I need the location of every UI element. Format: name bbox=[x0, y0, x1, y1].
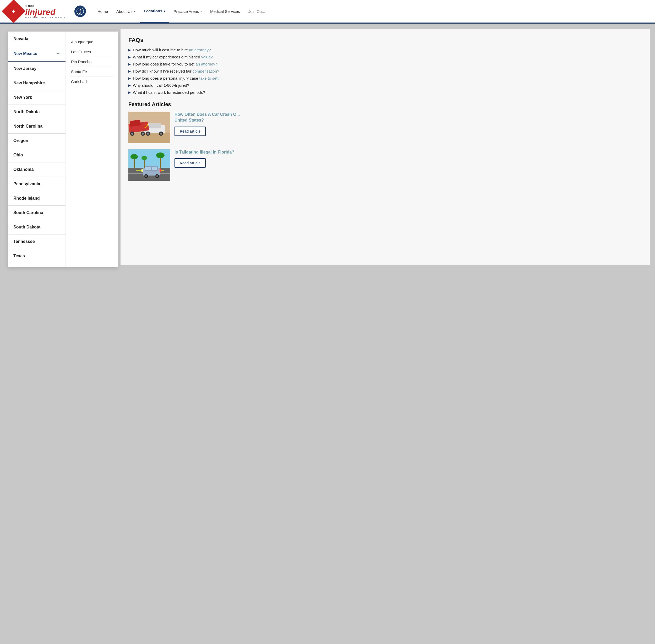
city-list: AlbuquerqueLas CrucesRio RanchoSanta FeC… bbox=[66, 32, 118, 267]
accessibility-button[interactable] bbox=[74, 5, 86, 17]
state-item-oregon[interactable]: Oregon bbox=[8, 134, 66, 148]
svg-rect-37 bbox=[145, 167, 151, 170]
faq-bullet: ▶ bbox=[128, 62, 131, 66]
state-arrow: → bbox=[55, 51, 60, 56]
svg-point-19 bbox=[142, 133, 144, 135]
state-item-new-york[interactable]: New York bbox=[8, 90, 66, 105]
state-item-rhode-island[interactable]: Rhode Island bbox=[8, 191, 66, 206]
article-1-title: How Often Does A Car Crash O... United S… bbox=[174, 112, 642, 123]
svg-point-13 bbox=[160, 133, 162, 135]
faq-bullet: ▶ bbox=[128, 48, 131, 52]
faq-text: Why should I call 1-800-Injured? bbox=[133, 83, 189, 88]
nav-locations-caret: ▴ bbox=[164, 9, 165, 12]
svg-line-5 bbox=[80, 12, 81, 14]
faq-bullet: ▶ bbox=[128, 76, 131, 80]
state-item-new-hampshire[interactable]: New Hampshire bbox=[8, 76, 66, 90]
logo[interactable]: + 1·800 iinjured WE CARE. WE FIGHT. WE W… bbox=[5, 3, 67, 20]
article-2-thumbnail bbox=[128, 150, 170, 181]
nav-practice-areas[interactable]: Practice Areas ▾ bbox=[170, 0, 206, 23]
main-content: FAQs ▶How much will it cost me to hire a… bbox=[120, 29, 650, 264]
article-2-title: Is Tailgating Illegal In Florida? bbox=[174, 150, 642, 155]
nav-about-caret: ▾ bbox=[134, 10, 136, 13]
nav-join[interactable]: Join Ou... bbox=[245, 0, 269, 23]
state-item-new-jersey[interactable]: New Jersey bbox=[8, 62, 66, 76]
logo-text: 1·800 iinjured WE CARE. WE FIGHT. WE WIN… bbox=[25, 4, 67, 19]
svg-rect-43 bbox=[160, 169, 161, 172]
svg-point-29 bbox=[141, 156, 147, 160]
article-2-info: Is Tailgating Illegal In Florida? Read a… bbox=[174, 150, 642, 168]
faqs-heading: FAQs bbox=[128, 37, 642, 44]
faq-item-4[interactable]: ▶How long does a personal injury case ta… bbox=[128, 76, 642, 80]
faq-bullet: ▶ bbox=[128, 84, 131, 87]
article-1-thumbnail bbox=[128, 112, 170, 143]
article-1-info: How Often Does A Car Crash O... United S… bbox=[174, 112, 642, 136]
main-nav: Home About Us ▾ Locations ▴ Practice Are… bbox=[94, 0, 650, 23]
nav-about[interactable]: About Us ▾ bbox=[113, 0, 139, 23]
faq-text: What if my car experiences diminished va… bbox=[133, 55, 213, 59]
site-header: + 1·800 iinjured WE CARE. WE FIGHT. WE W… bbox=[0, 0, 655, 24]
article-1: How Often Does A Car Crash O... United S… bbox=[128, 112, 642, 143]
faq-text: What if I can't work for extended period… bbox=[133, 90, 205, 95]
state-item-texas[interactable]: Texas bbox=[8, 249, 66, 263]
svg-rect-9 bbox=[147, 123, 161, 129]
svg-point-25 bbox=[131, 154, 138, 159]
state-item-new-mexico[interactable]: New Mexico→ bbox=[8, 46, 66, 62]
svg-line-4 bbox=[79, 12, 80, 14]
svg-rect-44 bbox=[141, 169, 143, 172]
faq-item-2[interactable]: ▶How long does it take for you to get an… bbox=[128, 62, 642, 66]
faq-text: How do I know If I've received fair comp… bbox=[133, 69, 219, 73]
faq-item-5[interactable]: ▶Why should I call 1-800-Injured? bbox=[128, 83, 642, 88]
nav-home[interactable]: Home bbox=[94, 0, 112, 23]
city-item-albuquerque[interactable]: Albuquerque bbox=[70, 37, 113, 47]
city-item-las-cruces[interactable]: Las Cruces bbox=[70, 47, 113, 57]
article-2: Is Tailgating Illegal In Florida? Read a… bbox=[128, 150, 642, 181]
faq-text: How long does a personal injury case tak… bbox=[133, 76, 221, 80]
faq-list: ▶How much will it cost me to hire an att… bbox=[128, 48, 642, 95]
svg-point-11 bbox=[147, 133, 149, 135]
svg-point-17 bbox=[131, 133, 133, 135]
logo-tagline: WE CARE. WE FIGHT. WE WIN. bbox=[25, 16, 67, 19]
faq-item-3[interactable]: ▶How do I know If I've received fair com… bbox=[128, 69, 642, 73]
state-item-pennsylvania[interactable]: Pennsylvania bbox=[8, 177, 66, 191]
svg-point-40 bbox=[145, 175, 147, 177]
svg-rect-38 bbox=[152, 167, 157, 170]
faq-text: How long does it take for you to get an … bbox=[133, 62, 220, 66]
city-item-rio-rancho[interactable]: Rio Rancho bbox=[70, 57, 113, 67]
state-item-south-dakota[interactable]: South Dakota bbox=[8, 220, 66, 234]
state-item-ohio[interactable]: Ohio bbox=[8, 148, 66, 162]
state-item-tennessee[interactable]: Tennessee bbox=[8, 234, 66, 249]
logo-diamond: + bbox=[2, 0, 26, 23]
svg-point-42 bbox=[157, 175, 158, 177]
featured-heading: Featured Articles bbox=[128, 101, 642, 108]
faq-item-0[interactable]: ▶How much will it cost me to hire an att… bbox=[128, 48, 642, 52]
svg-point-1 bbox=[80, 9, 81, 10]
locations-dropdown: NevadaNew Mexico→New JerseyNew Hampshire… bbox=[8, 31, 118, 267]
city-item-santa-fe[interactable]: Santa Fe bbox=[70, 67, 113, 77]
faq-item-6[interactable]: ▶What if I can't work for extended perio… bbox=[128, 90, 642, 95]
faq-bullet: ▶ bbox=[128, 91, 131, 94]
nav-medical[interactable]: Medical Services bbox=[207, 0, 243, 23]
state-item-north-dakota[interactable]: North Dakota bbox=[8, 105, 66, 119]
state-item-nevada[interactable]: Nevada bbox=[8, 32, 66, 46]
article-2-read-button[interactable]: Read article bbox=[174, 158, 206, 168]
accessibility-icon bbox=[76, 7, 84, 15]
state-item-north-carolina[interactable]: North Carolina bbox=[8, 119, 66, 134]
article-1-read-button[interactable]: Read article bbox=[174, 127, 206, 136]
logo-plus: + bbox=[11, 8, 16, 15]
faq-item-1[interactable]: ▶What if my car experiences diminished v… bbox=[128, 55, 642, 59]
page-overlay: NevadaNew Mexico→New JerseyNew Hampshire… bbox=[0, 24, 655, 273]
nav-practice-areas-caret: ▾ bbox=[201, 10, 202, 13]
faq-text: How much will it cost me to hire an atto… bbox=[133, 48, 211, 52]
faq-bullet: ▶ bbox=[128, 69, 131, 73]
state-item-oklahoma[interactable]: Oklahoma bbox=[8, 162, 66, 177]
faq-bullet: ▶ bbox=[128, 55, 131, 59]
svg-point-27 bbox=[156, 153, 165, 158]
logo-brand: iinjured bbox=[25, 8, 67, 16]
nav-locations[interactable]: Locations ▴ bbox=[140, 0, 169, 23]
state-item-south-carolina[interactable]: South Carolina bbox=[8, 206, 66, 220]
state-list: NevadaNew Mexico→New JerseyNew Hampshire… bbox=[8, 32, 66, 267]
city-item-carlsbad[interactable]: Carlsbad bbox=[70, 77, 113, 87]
